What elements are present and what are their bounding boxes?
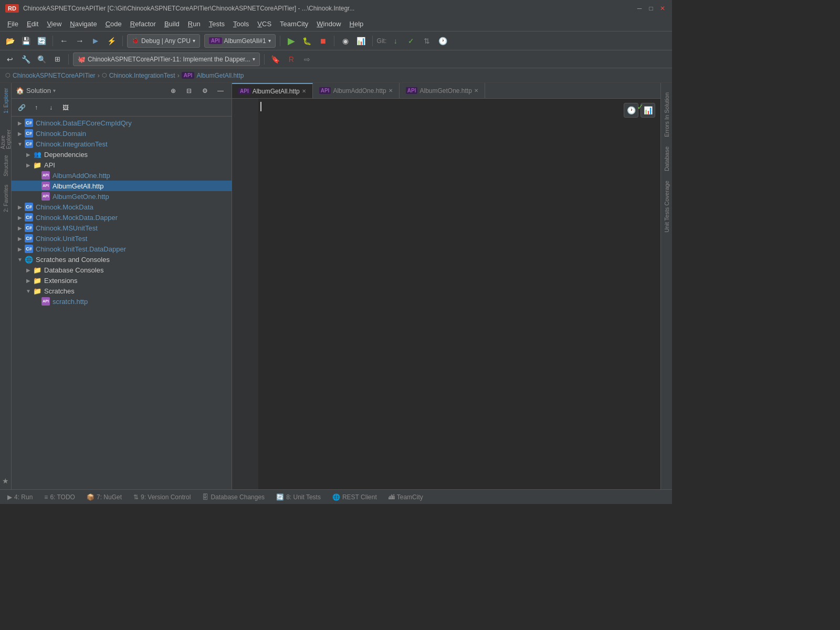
bottom-tab-rest-client[interactable]: 🌐 REST Client	[327, 490, 382, 504]
tree-item-extensions[interactable]: ▶ 📁 Extensions	[12, 275, 232, 286]
explorer-close-btn[interactable]: —	[214, 84, 227, 98]
tab-close-albumgetone[interactable]: ✕	[474, 88, 478, 93]
git-update-btn[interactable]: ↓	[388, 34, 402, 48]
window-controls[interactable]: ─ □ ✕	[635, 4, 667, 13]
tree-item-unittestdatadapper[interactable]: ▶ C# Chinook.UnitTest.DataDapper	[12, 244, 232, 254]
tree-item-mockdata[interactable]: ▶ C# Chinook.MockData	[12, 202, 232, 212]
explorer-link-btn[interactable]: 🔗	[15, 101, 28, 114]
bottom-tab-todo[interactable]: ≡ 6: TODO	[39, 490, 80, 504]
menu-tests[interactable]: Tests	[205, 18, 229, 30]
tab-albumaddone[interactable]: API AlbumAddOne.http ✕	[313, 83, 400, 99]
git-history-btn[interactable]: 🕐	[436, 34, 449, 48]
menu-run[interactable]: Run	[184, 18, 205, 30]
menu-refactor[interactable]: Refactor	[126, 18, 160, 30]
tab-albumgetall[interactable]: API AlbumGetAll.http ✕	[232, 83, 313, 99]
menu-navigate[interactable]: Navigate	[66, 18, 101, 30]
tree-item-scratch-http[interactable]: API scratch.http	[12, 296, 232, 307]
explorer-img-btn[interactable]: 🖼	[59, 101, 72, 114]
run-target-dropdown[interactable]: API AlbumGetAll#1 ▾	[204, 34, 276, 48]
tree-item-scratches-consoles[interactable]: ▼ 🌐 Scratches and Consoles	[12, 254, 232, 265]
sidebar-azure-label[interactable]: Azure Explorer	[1, 118, 11, 149]
minimize-button[interactable]: ─	[635, 4, 644, 13]
bottom-tab-nuget[interactable]: 📦 7: NuGet	[81, 490, 127, 504]
explorer-collapse-btn[interactable]: ⊟	[182, 84, 196, 98]
menu-file[interactable]: File	[3, 18, 23, 30]
tree-item-mockdatadapper[interactable]: ▶ C# Chinook.MockData.Dapper	[12, 212, 232, 223]
tb2-settings[interactable]: 🔧	[19, 52, 33, 66]
explorer-down-btn[interactable]: ↓	[44, 101, 58, 114]
tb2-rider[interactable]: R	[285, 52, 298, 66]
right-panel-errors[interactable]: Errors In Solution	[662, 88, 671, 141]
tb2-split[interactable]: ⊞	[50, 52, 64, 66]
tree-item-unittest[interactable]: ▶ C# Chinook.UnitTest	[12, 233, 232, 244]
tree-item-scratches[interactable]: ▼ 📁 Scratches	[12, 286, 232, 296]
bottom-tab-run[interactable]: ▶ 4: Run	[2, 490, 38, 504]
menu-teamcity[interactable]: TeamCity	[276, 18, 312, 30]
coverage-btn[interactable]: ◉	[339, 34, 352, 48]
close-button[interactable]: ✕	[658, 4, 667, 13]
breadcrumb-project[interactable]: ChinookASPNETCoreAPITier	[13, 72, 96, 79]
editor-history-btn[interactable]: 🕐	[624, 103, 638, 118]
menu-view[interactable]: View	[43, 18, 66, 30]
maximize-button[interactable]: □	[647, 4, 655, 13]
explorer-dropdown-icon[interactable]: ▾	[53, 88, 56, 93]
tree-item-msunitTest[interactable]: ▶ C# Chinook.MSUnitTest	[12, 223, 232, 233]
tree-label-api: API	[44, 161, 55, 169]
tb2-share[interactable]: ⇨	[300, 52, 314, 66]
quick-fix-btn[interactable]: ⚡	[104, 34, 118, 48]
right-panel-unit-tests[interactable]: Unit Tests Coverage	[662, 176, 671, 237]
bottom-tab-db-changes[interactable]: 🗄 Database Changes	[197, 490, 270, 504]
right-panel-database[interactable]: Database	[662, 142, 671, 175]
commit-dropdown[interactable]: 🐙 ChinookASPNETCoreAPITier-11: Implement…	[73, 52, 260, 66]
sidebar-structure-label[interactable]: Structure	[1, 150, 11, 182]
save-btn[interactable]: 💾	[19, 34, 33, 48]
open-folder-btn[interactable]: 📂	[3, 34, 17, 48]
tree-item-api-folder[interactable]: ▶ 📁 API	[12, 160, 232, 170]
tree-item-albumgetall[interactable]: API AlbumGetAll.http	[12, 181, 232, 191]
reload-btn[interactable]: 🔄	[35, 34, 48, 48]
tb2-search[interactable]: 🔍	[35, 52, 48, 66]
menu-window[interactable]: Window	[312, 18, 345, 30]
sidebar-favorites-label[interactable]: 2: Favorites	[1, 183, 11, 214]
menu-vcs[interactable]: VCS	[253, 18, 276, 30]
explorer-locate-btn[interactable]: ⊕	[166, 84, 180, 98]
menu-code[interactable]: Code	[101, 18, 126, 30]
sidebar-star-icon[interactable]: ★	[2, 477, 9, 485]
back-btn[interactable]: ←	[57, 34, 71, 48]
tab-close-albumgetall[interactable]: ✕	[302, 88, 306, 94]
stop-btn[interactable]: ⏹	[316, 34, 330, 48]
menu-help[interactable]: Help	[345, 18, 368, 30]
git-commit-btn[interactable]: ✓	[404, 34, 418, 48]
bottom-tab-teamcity[interactable]: 🏙 TeamCity	[383, 490, 428, 504]
git-push-btn[interactable]: ⇅	[420, 34, 434, 48]
menu-build[interactable]: Build	[160, 18, 184, 30]
debug-config-dropdown[interactable]: 🐞 Debug | Any CPU ▾	[127, 34, 200, 48]
tree-item-dataef[interactable]: ▶ C# Chinook.DataEFCoreCmpIdQry	[12, 118, 232, 128]
menu-edit[interactable]: Edit	[23, 18, 43, 30]
bottom-tab-vcs[interactable]: ⇅ 9: Version Control	[128, 490, 196, 504]
forward-btn[interactable]: →	[73, 34, 87, 48]
tree-item-db-consoles[interactable]: ▶ 📁 Database Consoles	[12, 265, 232, 275]
run-config-btn[interactable]: ▶	[89, 34, 102, 48]
tree-item-domain[interactable]: ▶ C# Chinook.Domain	[12, 128, 232, 139]
tb2-undo[interactable]: ↩	[3, 52, 17, 66]
tb2-bookmark[interactable]: 🔖	[269, 52, 282, 66]
debug-btn[interactable]: 🐛	[300, 34, 314, 48]
tab-close-albumaddone[interactable]: ✕	[388, 88, 393, 93]
bottom-tab-unit-tests[interactable]: 🔄 8: Unit Tests	[271, 490, 326, 504]
explorer-settings-btn[interactable]: ⚙	[198, 84, 212, 98]
breadcrumb-file[interactable]: AlbumGetAll.http	[196, 72, 244, 79]
rest-client-label: REST Client	[342, 494, 377, 501]
tree-item-albumaddone[interactable]: API AlbumAddOne.http	[12, 170, 232, 181]
tree-item-integrationtest[interactable]: ▼ C# Chinook.IntegrationTest	[12, 139, 232, 149]
breadcrumb-integration[interactable]: Chinook.IntegrationTest	[109, 72, 175, 79]
menu-tools[interactable]: Tools	[229, 18, 253, 30]
editor-content[interactable]: 🕐 📊 ✓	[232, 99, 660, 489]
tab-albumgetone[interactable]: API AlbumGetOne.http ✕	[400, 83, 485, 99]
tree-item-albumgetone[interactable]: API AlbumGetOne.http	[12, 191, 232, 202]
run-btn[interactable]: ▶	[285, 34, 298, 48]
profile-btn[interactable]: 📊	[354, 34, 368, 48]
explorer-up-btn[interactable]: ↑	[29, 101, 43, 114]
tree-item-dependencies[interactable]: ▶ 👥 Dependencies	[12, 149, 232, 160]
sidebar-explorer-label[interactable]: 1: Explorer	[1, 85, 11, 117]
